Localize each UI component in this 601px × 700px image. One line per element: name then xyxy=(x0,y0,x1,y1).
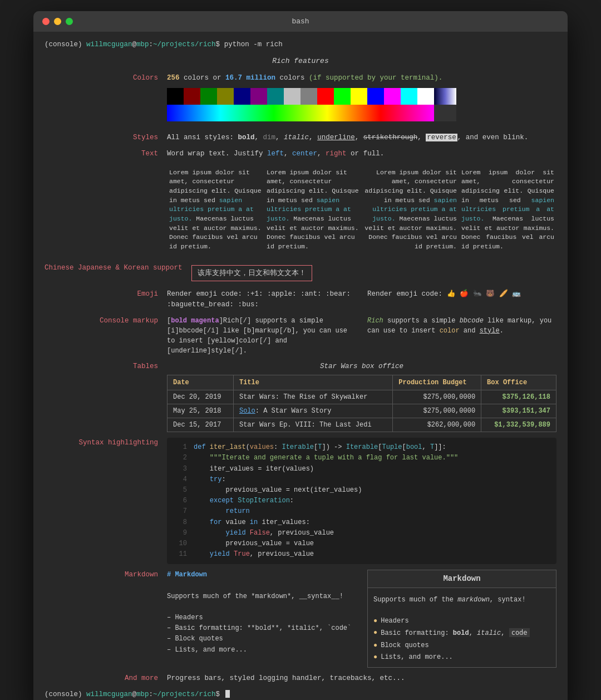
td-title-2: Solo: A Star Wars Story xyxy=(233,404,392,418)
svg-rect-14 xyxy=(401,88,417,105)
line-num-10: 10 xyxy=(174,539,187,549)
sw-table: Date Title Production Budget Box Office … xyxy=(167,375,556,432)
table-row: May 25, 2018 Solo: A Star Wars Story $27… xyxy=(168,404,556,418)
markdown-label: Markdown xyxy=(45,570,167,580)
syntax-content: 1 def iter_last(values: Iterable[T]) -> … xyxy=(167,438,556,564)
td-title-1: Star Wars: The Rise of Skywalker xyxy=(233,390,392,404)
text-left: left xyxy=(267,150,284,158)
line-num-9: 9 xyxy=(174,528,187,539)
svg-rect-9 xyxy=(317,88,334,105)
markup-left: [bold magenta]Rich[/] supports a simple … xyxy=(167,316,356,356)
md-rendered-title: Markdown xyxy=(368,570,556,588)
prompt-dollar: $ xyxy=(216,41,224,48)
svg-rect-3 xyxy=(217,88,234,105)
markup-content: [bold magenta]Rich[/] supports a simple … xyxy=(167,316,556,356)
emoji-content: Render emoji code: :+1: :apple: :ant: :b… xyxy=(167,289,556,310)
md-rendered-box: Markdown Supports much of the markdown, … xyxy=(367,570,556,668)
line-num-8: 8 xyxy=(174,517,187,528)
table-row: Dec 20, 2019 Star Wars: The Rise of Skyw… xyxy=(168,390,556,404)
syntax-label: Syntax highlighting xyxy=(45,438,167,448)
lorem-col-4: Lorem ipsum dolor sit amet, consectetur … xyxy=(459,168,556,252)
code-line-4: 4 try: xyxy=(174,474,550,485)
lorem-cyan-1: sapien ultricies pretium a at justo. xyxy=(169,197,254,222)
md-header-raw: # Markdown xyxy=(167,570,356,580)
td-budget-1: $275,000,0000 xyxy=(393,390,481,404)
traffic-lights xyxy=(42,18,73,25)
syntax-label-text: Syntax highlighting xyxy=(78,439,158,447)
md-italic-text: markdown xyxy=(457,596,490,604)
lorem-content: Lorem ipsum dolor sit amet, consectetur … xyxy=(167,165,556,257)
bullet-icon-3: ● xyxy=(373,640,377,651)
svg-rect-15 xyxy=(417,88,434,105)
maximize-button[interactable] xyxy=(66,18,73,25)
svg-rect-11 xyxy=(351,88,367,105)
md-item-4: – Lists, and more... xyxy=(167,645,356,655)
code-line-10: 10 previous_value = value xyxy=(174,539,550,549)
markup-rich-text: Rich xyxy=(367,317,383,325)
table-section: Star Wars box office Date Title Producti… xyxy=(167,361,556,433)
bullet-icon-2: ● xyxy=(373,628,377,639)
markdown-grid: # Markdown Supports much of the *markdow… xyxy=(167,570,556,668)
md-bullet-text-4: Lists, and more... xyxy=(381,652,453,663)
table-header-row: Date Title Production Budget Box Office xyxy=(168,375,556,390)
andmore-content: Progress bars, styled logging handler, t… xyxy=(167,673,556,684)
markup-label-text: Console markup xyxy=(100,317,158,325)
section-title: Rich features xyxy=(45,56,556,67)
text-label-text: Text xyxy=(141,150,158,158)
line-num-2: 2 xyxy=(174,453,187,463)
style-underline: underline xyxy=(317,134,355,141)
minimize-button[interactable] xyxy=(54,18,61,25)
prompt-cmd: python -m rich xyxy=(224,41,283,48)
td-budget-2: $275,000,0000 xyxy=(393,404,481,418)
code-11: yield True, previous_value xyxy=(194,549,314,560)
code-1: def iter_last(values: Iterable[T]) -> It… xyxy=(194,442,446,453)
code-4: try: xyxy=(194,474,226,485)
code-2: """Iterate and generate a tuple with a f… xyxy=(194,453,458,463)
colors-content: 256 colors or 16.7 million colors (if su… xyxy=(167,73,556,127)
colors-row: Colors 256 colors or 16.7 million colors… xyxy=(45,73,556,127)
tables-label-text: Tables xyxy=(133,363,158,370)
svg-rect-4 xyxy=(234,88,250,105)
markup-style-text: style xyxy=(480,327,500,335)
md-bullet-text-2: Basic formatting: bold, italic, code xyxy=(381,628,529,639)
svg-rect-2 xyxy=(200,88,217,105)
lorem-col-2: Lorem ipsum dolor sit amet, consectetur … xyxy=(264,168,362,252)
code-line-11: 11 yield True, previous_value xyxy=(174,549,550,560)
svg-rect-0 xyxy=(167,88,184,105)
line-num-11: 11 xyxy=(174,549,187,560)
code-line-8: 8 for value in iter_values: xyxy=(174,517,550,528)
text-full: full xyxy=(363,150,380,158)
styles-row: Styles All ansi styles: bold, dim, itali… xyxy=(45,133,556,143)
code-3: iter_values = iter(values) xyxy=(194,464,314,474)
text-center: center xyxy=(292,150,317,158)
line-num-3: 3 xyxy=(174,464,187,474)
style-dim: dim xyxy=(263,134,276,141)
styles-label-text: Styles xyxy=(133,134,158,141)
markup-color-text: color xyxy=(440,327,460,335)
md-bullet-text-1: Headers xyxy=(381,616,408,626)
styles-label: Styles xyxy=(45,133,167,143)
final-at: @ xyxy=(132,691,137,698)
bullet-icon-1: ● xyxy=(373,616,377,626)
lorem-cyan-2: sapien ultricies pretium a at justo. xyxy=(267,197,351,222)
svg-rect-6 xyxy=(267,88,284,105)
code-line-3: 3 iter_values = iter(values) xyxy=(174,464,550,474)
final-user: willmcgugan xyxy=(86,691,132,698)
td-boxoffice-3: $1,332,539,889 xyxy=(481,418,556,432)
code-line-9: 9 yield False, previous_value xyxy=(174,528,550,539)
prompt-user: willmcgugan xyxy=(86,41,132,48)
th-boxoffice: Box Office xyxy=(481,375,556,390)
code-line-2: 2 """Iterate and generate a tuple with a… xyxy=(174,453,550,463)
markup-right: Rich supports a simple bbcode like marku… xyxy=(367,316,556,356)
th-date: Date xyxy=(168,375,234,390)
line-num-4: 4 xyxy=(174,474,187,485)
svg-rect-12 xyxy=(367,88,384,105)
md-item-3: – Block quotes xyxy=(167,634,356,644)
titlebar: bash xyxy=(33,11,568,32)
prompt-at: @ xyxy=(132,41,137,48)
andmore-label: And more xyxy=(45,673,167,684)
close-button[interactable] xyxy=(42,18,50,25)
window-title: bash xyxy=(292,17,309,26)
lorem-col-3: Lorem ipsum dolor sit amet, consectetur … xyxy=(362,168,459,252)
md-rendered-content: Supports much of the markdown, syntax! ●… xyxy=(368,591,556,667)
